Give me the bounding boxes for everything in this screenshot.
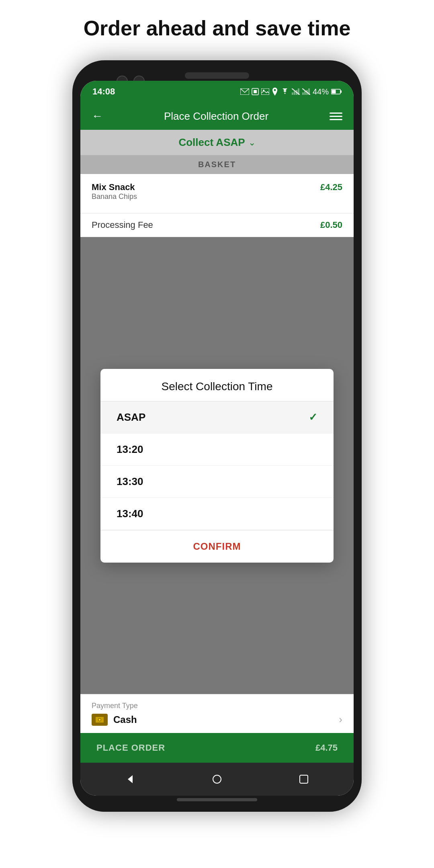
location-icon	[272, 88, 278, 96]
nav-bar	[80, 763, 354, 796]
nav-back-button[interactable]	[120, 769, 140, 789]
time-option-asap-label: ASAP	[117, 411, 145, 424]
item-price: £4.25	[320, 182, 342, 192]
payment-section: Payment Type Cash ›	[80, 694, 354, 733]
fee-price: £0.50	[320, 220, 342, 230]
svg-rect-2	[254, 90, 257, 93]
time-option-1340-label: 13:40	[117, 508, 143, 520]
chevron-right-icon: ›	[339, 713, 342, 726]
phone-shell: 14:08	[72, 60, 362, 812]
processing-fee-row: Processing Fee £0.50	[80, 213, 354, 237]
phone-bottom	[76, 796, 358, 808]
app-header: ← Place Collection Order	[80, 102, 354, 130]
phone-screen: 14:08	[80, 81, 354, 796]
back-button[interactable]: ←	[92, 110, 103, 123]
page-heading-text: Order ahead and save time	[84, 16, 351, 40]
time-selection-modal: Select Collection Time ASAP ✓ 13:20 13:3…	[100, 369, 334, 563]
notification-icon	[252, 88, 259, 95]
phone-speaker	[185, 72, 249, 79]
status-icons: 44%	[240, 87, 342, 96]
collect-asap-bar[interactable]: Collect ASAP ⌄	[80, 130, 354, 155]
svg-marker-23	[128, 775, 133, 783]
battery-percent: 44%	[313, 87, 329, 96]
payment-label: Payment Type	[92, 702, 342, 710]
signal-icon1	[292, 88, 300, 95]
fee-label: Processing Fee	[92, 220, 153, 230]
place-order-price: £4.75	[315, 743, 338, 753]
svg-point-24	[213, 775, 221, 783]
svg-rect-6	[292, 92, 293, 95]
item-sub: Banana Chips	[92, 192, 137, 201]
status-time: 14:08	[92, 86, 115, 97]
place-order-label: PLACE ORDER	[96, 743, 165, 753]
cash-icon	[92, 714, 108, 726]
svg-rect-25	[300, 775, 308, 783]
collect-asap-label: Collect ASAP	[178, 136, 245, 149]
place-order-bar[interactable]: PLACE ORDER £4.75	[80, 733, 354, 763]
svg-rect-17	[340, 90, 342, 93]
svg-rect-12	[304, 91, 306, 95]
status-bar: 14:08	[80, 81, 354, 102]
basket-content: Mix Snack Banana Chips £4.25	[80, 174, 354, 213]
svg-point-22	[99, 719, 101, 721]
time-option-1320-label: 13:20	[117, 443, 143, 456]
time-option-1340[interactable]: 13:40	[100, 498, 334, 530]
mail-icon	[240, 88, 249, 95]
wifi-icon	[280, 88, 289, 95]
nav-recents-button[interactable]	[294, 769, 314, 789]
modal-overlay: Select Collection Time ASAP ✓ 13:20 13:3…	[80, 237, 354, 694]
time-option-asap[interactable]: ASAP ✓	[100, 401, 334, 434]
modal-title: Select Collection Time	[100, 369, 334, 401]
battery-icon	[331, 89, 342, 94]
image-icon	[261, 88, 269, 95]
collect-chevron-icon: ⌄	[248, 137, 256, 148]
basket-item: Mix Snack Banana Chips £4.25	[92, 182, 342, 201]
content-area: Select Collection Time ASAP ✓ 13:20 13:3…	[80, 237, 354, 694]
svg-point-5	[274, 89, 276, 91]
svg-rect-18	[332, 90, 336, 94]
menu-button[interactable]	[330, 110, 342, 123]
time-option-1320[interactable]: 13:20	[100, 434, 334, 466]
home-indicator	[177, 798, 257, 801]
confirm-button[interactable]: CONFIRM	[100, 530, 334, 563]
payment-type-label: Cash	[113, 714, 137, 725]
time-option-1330-label: 13:30	[117, 475, 143, 488]
payment-row[interactable]: Cash ›	[92, 713, 342, 726]
time-option-1330[interactable]: 13:30	[100, 466, 334, 498]
signal-icon2	[302, 88, 310, 95]
item-name: Mix Snack	[92, 182, 137, 192]
svg-rect-11	[302, 92, 304, 95]
checkmark-icon: ✓	[309, 411, 317, 424]
app-header-title: Place Collection Order	[164, 110, 268, 123]
payment-left: Cash	[92, 714, 137, 726]
nav-home-button[interactable]	[207, 769, 227, 789]
basket-header: BASKET	[80, 155, 354, 174]
svg-rect-7	[294, 91, 295, 95]
phone-notch	[76, 64, 358, 81]
